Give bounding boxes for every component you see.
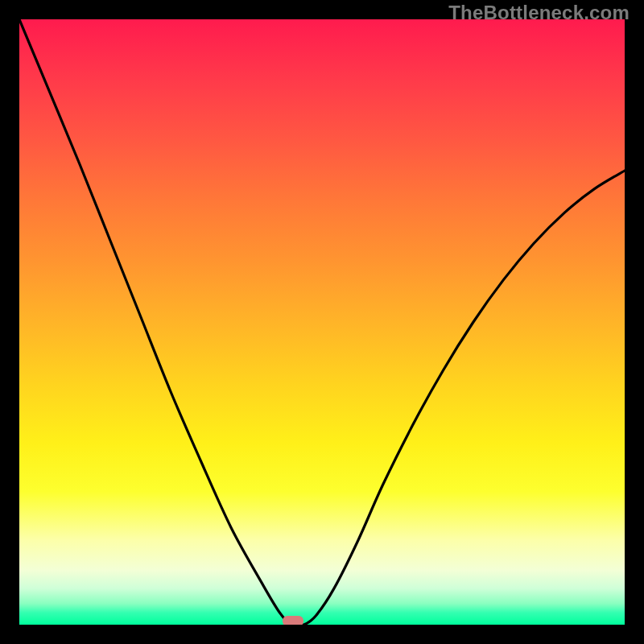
watermark-text: TheBottleneck.com (448, 2, 630, 24)
plot-area (19, 19, 625, 625)
chart-frame: TheBottleneck.com (0, 0, 644, 644)
bottleneck-curve (19, 19, 625, 625)
optimum-marker (283, 616, 303, 625)
